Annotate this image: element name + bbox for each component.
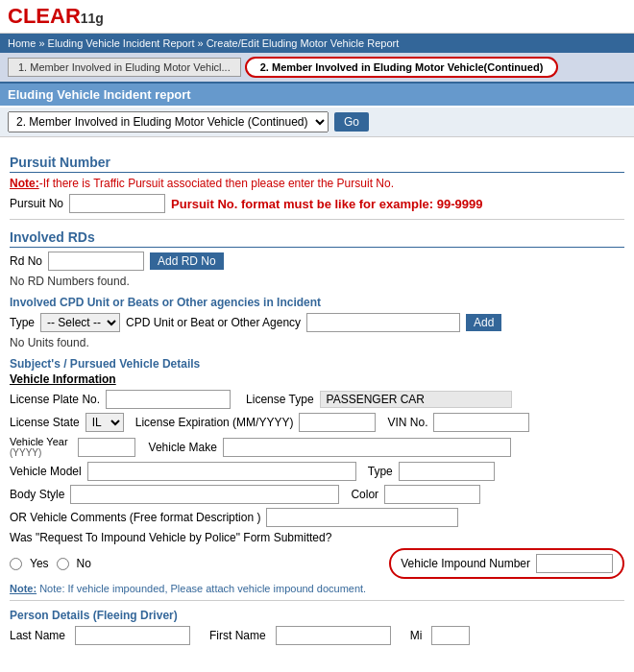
logo-text: CLEAR (8, 4, 81, 28)
go-button[interactable]: Go (334, 112, 369, 132)
vehicle-year-row: Vehicle Year (YYYY) Vehicle Make (10, 436, 624, 458)
last-name-input[interactable] (75, 626, 190, 645)
pursuit-no-input[interactable] (69, 194, 165, 213)
dropdown-row: 2. Member Involved in Eluding Motor Vehi… (0, 108, 634, 137)
license-exp-input[interactable] (299, 413, 376, 432)
license-state-label: License State (10, 416, 80, 429)
pursuit-note: Note:-If there is Traffic Pursuit associ… (10, 177, 624, 190)
last-name-label: Last Name (10, 629, 65, 642)
or-comments-label: OR Vehicle Comments (Free format Descrip… (10, 511, 260, 524)
logo: CLEAR11g (8, 4, 104, 29)
body-style-row: Body Style Color (10, 485, 624, 504)
impound-no-radio[interactable] (57, 558, 69, 570)
first-name-input[interactable] (276, 626, 391, 645)
impound-question-row: Was "Request To Impound Vehicle by Polic… (10, 531, 624, 544)
first-name-label: First Name (209, 629, 266, 642)
license-state-select[interactable]: IL (85, 413, 124, 432)
vehicle-year-input[interactable] (78, 438, 135, 457)
cpd-section-title: Involved CPD Unit or Beats or Other agen… (10, 296, 624, 309)
person-name-row: Last Name First Name Mi (10, 626, 624, 645)
vehicle-model-row: Vehicle Model Type (10, 462, 624, 481)
pursuit-number-row: Pursuit No Pursuit No. format must be li… (10, 194, 624, 213)
type-field-label: Type (368, 465, 393, 478)
license-type-value: PASSENGER CAR (320, 391, 512, 408)
step-tabs: 1. Member Involved in Eluding Motor Vehi… (0, 53, 634, 84)
section-select[interactable]: 2. Member Involved in Eluding Motor Vehi… (8, 111, 329, 132)
impound-no-label: No (77, 557, 91, 570)
vehicle-make-input[interactable] (223, 438, 511, 457)
vin-input[interactable] (433, 413, 529, 432)
no-units-found: No Units found. (10, 336, 624, 349)
color-label: Color (351, 488, 378, 501)
impound-question-text: Was "Request To Impound Vehicle by Polic… (10, 531, 331, 544)
logo-version: 11g (81, 11, 104, 26)
cpd-type-row: Type -- Select -- CPD Unit or Beat or Ot… (10, 313, 624, 332)
pursuit-format-text: Pursuit No. format must be like for exam… (171, 197, 482, 211)
body-style-label: Body Style (10, 488, 64, 501)
impound-radio-group: Yes No (10, 557, 91, 570)
mi-input[interactable] (431, 626, 470, 645)
add-rd-button[interactable]: Add RD No (150, 252, 224, 270)
mi-label: Mi (410, 629, 423, 642)
rd-no-input[interactable] (48, 252, 144, 271)
cpd-unit-input[interactable] (306, 313, 460, 332)
vehicle-comments-row: OR Vehicle Comments (Free format Descrip… (10, 508, 624, 527)
involved-rds-title: Involved RDs (10, 229, 624, 248)
cpd-type-select[interactable]: -- Select -- (40, 313, 120, 332)
main-content: Pursuit Number Note:-If there is Traffic… (0, 137, 634, 657)
license-exp-label: License Expiration (MM/YYYY) (135, 416, 294, 429)
vehicle-year-sublabel: (YYYY) (10, 447, 41, 458)
license-state-row: License State IL License Expiration (MM/… (10, 413, 624, 432)
color-input[interactable] (384, 485, 480, 504)
license-plate-input[interactable] (106, 390, 231, 409)
tab-step2[interactable]: 2. Member Involved in Eluding Motor Vehi… (245, 57, 559, 78)
impound-number-label: Vehicle Impound Number (401, 557, 530, 570)
rd-no-row: Rd No Add RD No (10, 252, 624, 271)
rd-no-label: Rd No (10, 254, 42, 268)
vehicle-model-input[interactable] (87, 462, 356, 481)
vehicle-section-title: Subject's / Pursued Vehicle Details (10, 357, 624, 371)
vehicle-info-title: Vehicle Information (10, 372, 624, 386)
pursuit-section-title: Pursuit Number (10, 155, 624, 173)
no-rd-found: No RD Numbers found. (10, 275, 624, 288)
breadcrumb-bar: Home » Eluding Vehicle Incident Report »… (0, 34, 634, 53)
impound-number-input[interactable] (536, 554, 613, 573)
license-plate-label: License Plate No. (10, 393, 100, 406)
pursuit-no-label: Pursuit No (10, 197, 63, 210)
section-header: Eluding Vehicle Incident report (0, 84, 634, 106)
type-label: Type (10, 316, 35, 329)
or-comments-input[interactable] (266, 508, 458, 527)
tab-step1[interactable]: 1. Member Involved in Eluding Motor Vehi… (8, 58, 241, 77)
vehicle-model-label: Vehicle Model (10, 465, 82, 478)
header: CLEAR11g (0, 0, 634, 34)
impound-number-box: Vehicle Impound Number (389, 548, 624, 579)
vehicle-year-label: Vehicle Year (10, 436, 68, 447)
breadcrumb-text: Home » Eluding Vehicle Incident Report »… (8, 37, 399, 49)
add-cpd-button[interactable]: Add (466, 314, 501, 331)
license-plate-row: License Plate No. License Type PASSENGER… (10, 390, 624, 409)
impound-yes-radio[interactable] (10, 558, 22, 570)
vin-label: VIN No. (387, 416, 427, 429)
type-field-input[interactable] (399, 462, 495, 481)
person-section-title: Person Details (Fleeing Driver) (10, 609, 624, 622)
body-style-input[interactable] (70, 485, 339, 504)
vehicle-make-label: Vehicle Make (149, 441, 217, 454)
license-type-label: License Type (246, 393, 314, 406)
cpd-unit-label: CPD Unit or Beat or Other Agency (126, 316, 301, 329)
impound-yes-label: Yes (30, 557, 49, 570)
impound-note: Note: Note: If vehicle impounded, Please… (10, 583, 624, 594)
